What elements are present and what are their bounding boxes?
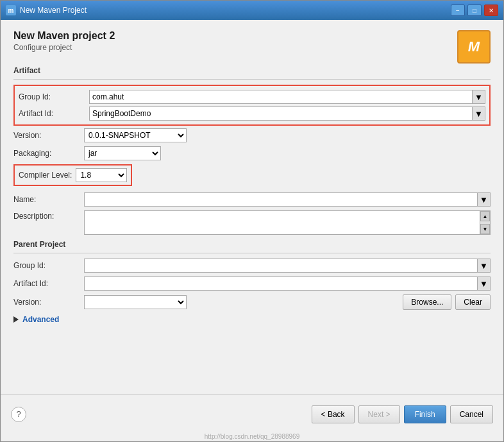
clear-button[interactable]: Clear bbox=[455, 294, 491, 310]
group-id-row: Group Id: ▼ bbox=[19, 90, 485, 104]
next-button[interactable]: Next > bbox=[358, 405, 400, 423]
window-title: New Maven Project bbox=[20, 6, 87, 15]
name-input-container: ▼ bbox=[84, 192, 491, 207]
browse-button[interactable]: Browse... bbox=[403, 294, 451, 310]
name-label: Name: bbox=[13, 195, 84, 204]
name-row: Name: ▼ bbox=[13, 192, 491, 207]
help-button[interactable]: ? bbox=[11, 407, 26, 422]
description-label: Description: bbox=[13, 210, 84, 221]
main-window: m New Maven Project − □ ✕ New Maven proj… bbox=[0, 0, 504, 442]
page-title: New Maven project 2 bbox=[13, 30, 115, 42]
parent-section-label: Parent Project bbox=[13, 240, 491, 249]
group-id-input[interactable] bbox=[90, 90, 472, 103]
page-header: New Maven project 2 Configure project bbox=[13, 30, 115, 52]
artifact-id-label: Artifact Id: bbox=[19, 109, 89, 118]
advanced-expand-icon bbox=[13, 316, 19, 323]
finish-button[interactable]: Finish bbox=[404, 405, 446, 423]
parent-version-label: Version: bbox=[13, 298, 84, 307]
dialog-content: New Maven project 2 Configure project M … bbox=[1, 20, 503, 395]
parent-group-id-label: Group Id: bbox=[13, 261, 84, 270]
version-select-container: Browse... Clear bbox=[84, 294, 491, 310]
bottom-left: ? bbox=[11, 407, 26, 422]
form-area: Artifact Group Id: ▼ Artifact Id: ▼ bbox=[13, 64, 491, 384]
packaging-select[interactable]: jar bbox=[84, 146, 161, 160]
compiler-level-label: Compiler Level: bbox=[19, 171, 76, 180]
group-id-dropdown-arrow[interactable]: ▼ bbox=[472, 90, 485, 103]
header-row: New Maven project 2 Configure project M bbox=[13, 30, 491, 64]
description-input[interactable] bbox=[85, 211, 480, 234]
scroll-up-button[interactable]: ▲ bbox=[480, 211, 490, 221]
advanced-section[interactable]: Advanced bbox=[13, 315, 491, 324]
parent-artifact-id-row: Artifact Id: ▼ bbox=[13, 276, 491, 291]
artifact-section-label: Artifact bbox=[13, 66, 491, 75]
artifact-fields-group: Group Id: ▼ Artifact Id: ▼ bbox=[13, 85, 491, 126]
parent-artifact-id-input[interactable] bbox=[85, 277, 477, 290]
watermark: http://blog.csdn.net/qq_28988969 bbox=[1, 433, 503, 441]
artifact-id-input[interactable] bbox=[90, 107, 472, 120]
packaging-label: Packaging: bbox=[13, 149, 84, 158]
titlebar-left: m New Maven Project bbox=[6, 5, 87, 15]
name-dropdown-arrow[interactable]: ▼ bbox=[477, 193, 490, 206]
artifact-divider bbox=[13, 79, 491, 80]
close-button[interactable]: ✕ bbox=[484, 4, 498, 16]
artifact-id-row: Artifact Id: ▼ bbox=[19, 106, 485, 121]
group-id-label: Group Id: bbox=[19, 92, 89, 101]
group-id-input-container: ▼ bbox=[89, 90, 485, 104]
packaging-row: Packaging: jar bbox=[13, 146, 491, 160]
parent-section: Parent Project Group Id: ▼ Artifact Id: … bbox=[13, 240, 491, 310]
compiler-level-group: Compiler Level: 1.8 bbox=[13, 164, 132, 186]
parent-group-id-dropdown-arrow[interactable]: ▼ bbox=[477, 259, 490, 272]
parent-version-row: Version: Browse... Clear bbox=[13, 294, 491, 310]
parent-group-id-input[interactable] bbox=[85, 259, 477, 272]
maven-icon: M bbox=[457, 30, 491, 64]
back-button[interactable]: < Back bbox=[312, 405, 355, 423]
bottom-buttons: < Back Next > Finish Cancel bbox=[312, 405, 493, 423]
page-subtitle: Configure project bbox=[13, 43, 115, 52]
maximize-button[interactable]: □ bbox=[467, 4, 482, 16]
advanced-label: Advanced bbox=[22, 315, 59, 324]
parent-group-id-input-container: ▼ bbox=[84, 259, 491, 273]
parent-artifact-id-input-container: ▼ bbox=[84, 276, 491, 291]
parent-version-select[interactable] bbox=[84, 295, 187, 309]
version-row: Version: 0.0.1-SNAPSHOT bbox=[13, 128, 491, 142]
artifact-id-dropdown-arrow[interactable]: ▼ bbox=[472, 107, 485, 120]
titlebar-controls: − □ ✕ bbox=[451, 4, 498, 16]
parent-group-id-row: Group Id: ▼ bbox=[13, 259, 491, 273]
app-icon: m bbox=[6, 5, 16, 15]
titlebar: m New Maven Project − □ ✕ bbox=[1, 1, 503, 20]
scroll-down-button[interactable]: ▼ bbox=[480, 224, 490, 234]
compiler-level-row: Compiler Level: 1.8 bbox=[13, 164, 491, 189]
parent-artifact-id-label: Artifact Id: bbox=[13, 279, 84, 288]
bottom-bar: ? < Back Next > Finish Cancel bbox=[1, 395, 503, 433]
description-row: Description: ▲ ▼ bbox=[13, 210, 491, 235]
version-select[interactable]: 0.0.1-SNAPSHOT bbox=[84, 128, 187, 142]
minimize-button[interactable]: − bbox=[451, 4, 465, 16]
artifact-id-input-container: ▼ bbox=[89, 106, 485, 121]
name-input[interactable] bbox=[85, 193, 477, 206]
compiler-level-select[interactable]: 1.8 bbox=[76, 168, 127, 182]
parent-artifact-id-dropdown-arrow[interactable]: ▼ bbox=[477, 277, 490, 290]
parent-divider bbox=[13, 253, 491, 253]
cancel-button[interactable]: Cancel bbox=[450, 405, 493, 423]
description-scrollbar: ▲ ▼ bbox=[480, 211, 490, 234]
description-area: ▲ ▼ bbox=[84, 210, 491, 235]
version-label: Version: bbox=[13, 131, 84, 140]
